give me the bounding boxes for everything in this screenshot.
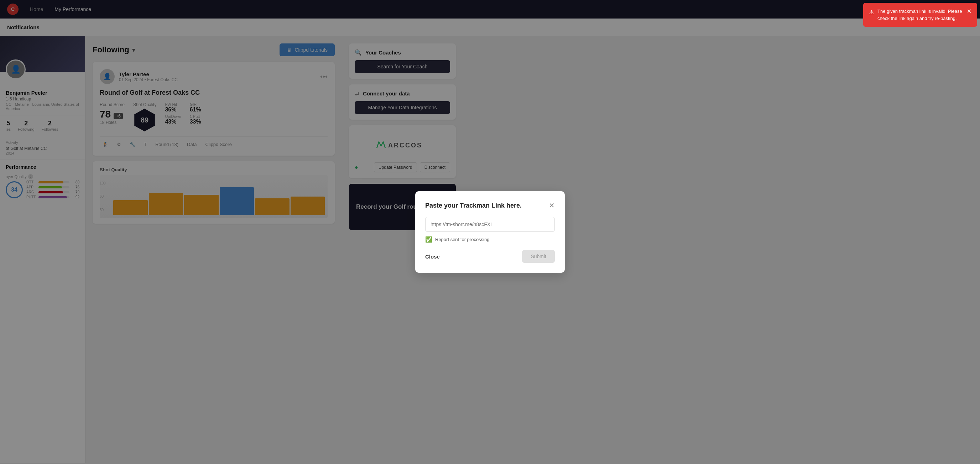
modal-close-x-button[interactable]: ✕ (549, 201, 555, 210)
warning-icon: ⚠ (869, 8, 874, 17)
error-toast: ⚠ The given trackman link is invalid. Pl… (863, 3, 977, 27)
modal-submit-button[interactable]: Submit (522, 250, 555, 263)
modal-header: Paste your Trackman Link here. ✕ (425, 201, 555, 210)
trackman-modal: Paste your Trackman Link here. ✕ ✅ Repor… (415, 191, 565, 273)
trackman-link-input[interactable] (425, 217, 555, 232)
modal-overlay[interactable]: Paste your Trackman Link here. ✕ ✅ Repor… (0, 0, 980, 464)
error-toast-close-button[interactable]: ✕ (967, 8, 972, 14)
modal-close-button[interactable]: Close (425, 254, 440, 260)
check-circle-icon: ✅ (425, 236, 432, 243)
success-message: ✅ Report sent for processing (425, 236, 555, 243)
success-text: Report sent for processing (435, 237, 489, 242)
modal-footer: Close Submit (425, 250, 555, 263)
error-toast-message: The given trackman link is invalid. Plea… (877, 8, 963, 22)
modal-title: Paste your Trackman Link here. (425, 202, 522, 210)
